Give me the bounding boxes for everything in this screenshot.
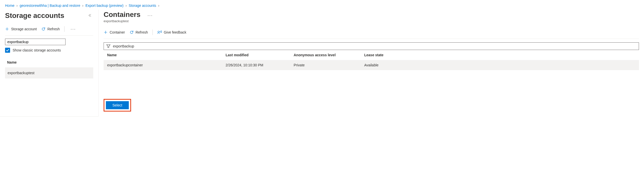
add-storage-account-label: Storage account	[11, 27, 37, 31]
footer: Select	[104, 95, 639, 112]
toolbar-separator	[152, 30, 153, 35]
breadcrumb-home[interactable]: Home	[5, 4, 14, 8]
add-container-label: Container	[110, 30, 125, 34]
containers-pane: Containers ··· exportbackuptest Containe…	[98, 10, 644, 117]
chevron-right-icon: ›	[82, 4, 83, 8]
containers-subtitle: exportbackuptest	[104, 19, 639, 23]
give-feedback-button[interactable]: Give feedback	[157, 30, 187, 34]
cell-access: Private	[294, 63, 364, 67]
refresh-right-label: Refresh	[136, 30, 148, 34]
plus-icon	[104, 30, 108, 34]
filter-value: exportbackup	[113, 44, 134, 48]
left-column-header-name: Name	[5, 59, 93, 66]
show-classic-checkbox[interactable]	[5, 48, 10, 53]
add-storage-account-button[interactable]: Storage account	[5, 27, 37, 31]
table-header: Name Last modified Anonymous access leve…	[104, 50, 639, 60]
cell-lease: Available	[364, 63, 635, 67]
column-name[interactable]: Name	[107, 53, 226, 57]
table-row[interactable]: exportbackupcontainer 2/26/2024, 10:10:3…	[104, 60, 639, 70]
storage-search-input[interactable]	[5, 39, 66, 45]
check-icon	[6, 48, 9, 52]
right-toolbar: Container Refresh Give feedback	[104, 30, 639, 39]
filter-icon	[106, 44, 110, 48]
container-filter-input[interactable]: exportbackup	[104, 42, 639, 50]
left-toolbar: Storage account Refresh ···	[5, 26, 93, 36]
breadcrumb: Home› georestorewithha | Backup and rest…	[0, 0, 644, 10]
select-highlight: Select	[104, 99, 131, 112]
select-button[interactable]: Select	[106, 101, 129, 109]
toolbar-separator	[64, 26, 65, 32]
breadcrumb-backup[interactable]: georestorewithha | Backup and restore	[20, 4, 80, 8]
cell-name: exportbackupcontainer	[107, 63, 226, 67]
refresh-left-button[interactable]: Refresh	[41, 27, 60, 31]
plus-icon	[5, 27, 9, 31]
chevron-right-icon: ›	[16, 4, 18, 8]
add-container-button[interactable]: Container	[104, 30, 125, 34]
column-access-level[interactable]: Anonymous access level	[294, 53, 364, 57]
show-classic-label: Show classic storage accounts	[13, 48, 61, 52]
feedback-icon	[157, 30, 162, 34]
storage-account-row[interactable]: exportbackuptest	[5, 67, 93, 78]
chevron-right-icon: ›	[126, 4, 127, 8]
chevron-right-icon: ›	[158, 4, 160, 8]
collapse-pane-icon[interactable]	[86, 12, 93, 20]
refresh-left-label: Refresh	[47, 27, 60, 31]
give-feedback-label: Give feedback	[164, 30, 187, 34]
breadcrumb-export[interactable]: Export backup (preview)	[85, 4, 124, 8]
cell-modified: 2/26/2024, 10:10:30 PM	[226, 63, 294, 67]
page-title-right: Containers	[104, 11, 140, 19]
containers-table: Name Last modified Anonymous access leve…	[104, 50, 639, 70]
column-last-modified[interactable]: Last modified	[226, 53, 294, 57]
svg-point-0	[158, 31, 159, 33]
more-actions-icon[interactable]: ···	[69, 26, 77, 32]
page-title-left: Storage accounts	[5, 12, 64, 20]
refresh-icon	[41, 27, 45, 31]
refresh-right-button[interactable]: Refresh	[130, 30, 148, 34]
breadcrumb-storage[interactable]: Storage accounts	[129, 4, 156, 8]
more-actions-right-icon[interactable]: ···	[146, 13, 154, 18]
storage-accounts-pane: Storage accounts Storage account Refresh…	[0, 10, 98, 117]
column-lease-state[interactable]: Lease state	[364, 53, 635, 57]
refresh-icon	[130, 30, 134, 34]
